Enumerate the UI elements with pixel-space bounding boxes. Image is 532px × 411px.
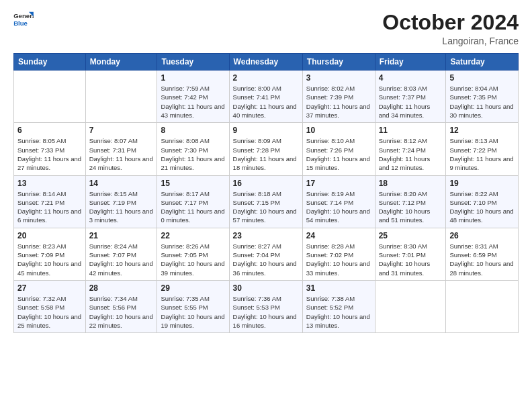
day-number: 27 — [17, 283, 82, 293]
weekday-header-cell: Wednesday — [229, 54, 302, 71]
day-number: 28 — [89, 283, 154, 293]
calendar-cell: 3Sunrise: 8:02 AMSunset: 7:39 PMDaylight… — [302, 71, 375, 123]
day-info: Sunrise: 7:34 AMSunset: 5:56 PMDaylight:… — [89, 294, 154, 330]
calendar-cell: 28Sunrise: 7:34 AMSunset: 5:56 PMDayligh… — [85, 280, 157, 332]
calendar-week-row: 27Sunrise: 7:32 AMSunset: 5:58 PMDayligh… — [14, 280, 519, 332]
day-number: 14 — [89, 179, 154, 188]
day-info: Sunrise: 8:13 AMSunset: 7:22 PMDaylight:… — [449, 136, 515, 172]
calendar-cell: 1Sunrise: 7:59 AMSunset: 7:42 PMDaylight… — [157, 71, 229, 123]
day-number: 29 — [161, 283, 225, 293]
calendar-cell: 27Sunrise: 7:32 AMSunset: 5:58 PMDayligh… — [14, 280, 86, 332]
day-number: 9 — [233, 126, 299, 135]
day-info: Sunrise: 7:38 AMSunset: 5:52 PMDaylight:… — [306, 294, 371, 330]
day-info: Sunrise: 8:18 AMSunset: 7:15 PMDaylight:… — [233, 189, 299, 225]
calendar-cell — [375, 280, 446, 332]
calendar-week-row: 20Sunrise: 8:23 AMSunset: 7:09 PMDayligh… — [14, 228, 519, 280]
calendar: SundayMondayTuesdayWednesdayThursdayFrid… — [13, 53, 519, 333]
day-number: 2 — [233, 73, 299, 83]
calendar-cell: 9Sunrise: 8:09 AMSunset: 7:28 PMDaylight… — [229, 123, 302, 175]
day-info: Sunrise: 8:30 AMSunset: 7:01 PMDaylight:… — [379, 242, 443, 277]
calendar-cell: 17Sunrise: 8:19 AMSunset: 7:14 PMDayligh… — [302, 175, 375, 228]
day-info: Sunrise: 8:09 AMSunset: 7:28 PMDaylight:… — [233, 136, 299, 172]
day-info: Sunrise: 7:35 AMSunset: 5:55 PMDaylight:… — [161, 294, 225, 330]
day-info: Sunrise: 8:20 AMSunset: 7:12 PMDaylight:… — [379, 189, 443, 225]
page: General Blue October 2024 Langoiran, Fra… — [0, 0, 532, 411]
day-info: Sunrise: 7:36 AMSunset: 5:53 PMDaylight:… — [233, 294, 299, 330]
day-info: Sunrise: 8:07 AMSunset: 7:31 PMDaylight:… — [89, 136, 154, 172]
calendar-cell — [85, 71, 157, 123]
day-info: Sunrise: 8:12 AMSunset: 7:24 PMDaylight:… — [379, 136, 443, 172]
calendar-cell: 7Sunrise: 8:07 AMSunset: 7:31 PMDaylight… — [85, 123, 157, 175]
calendar-cell: 6Sunrise: 8:05 AMSunset: 7:33 PMDaylight… — [14, 123, 86, 175]
calendar-cell: 16Sunrise: 8:18 AMSunset: 7:15 PMDayligh… — [229, 175, 302, 228]
day-number: 18 — [379, 179, 443, 188]
day-info: Sunrise: 8:26 AMSunset: 7:05 PMDaylight:… — [161, 242, 225, 277]
day-info: Sunrise: 8:05 AMSunset: 7:33 PMDaylight:… — [17, 136, 82, 172]
weekday-header-cell: Thursday — [302, 54, 375, 71]
location: Langoiran, France — [382, 36, 519, 46]
day-number: 7 — [89, 126, 154, 135]
calendar-cell: 29Sunrise: 7:35 AMSunset: 5:55 PMDayligh… — [157, 280, 229, 332]
day-number: 8 — [161, 126, 225, 135]
calendar-cell: 8Sunrise: 8:08 AMSunset: 7:30 PMDaylight… — [157, 123, 229, 175]
day-number: 30 — [233, 283, 299, 293]
calendar-cell: 12Sunrise: 8:13 AMSunset: 7:22 PMDayligh… — [446, 123, 519, 175]
calendar-cell: 22Sunrise: 8:26 AMSunset: 7:05 PMDayligh… — [157, 228, 229, 280]
calendar-cell: 23Sunrise: 8:27 AMSunset: 7:04 PMDayligh… — [229, 228, 302, 280]
logo-icon: General Blue — [13, 11, 34, 30]
day-number: 17 — [306, 179, 371, 188]
day-number: 15 — [161, 179, 225, 188]
day-info: Sunrise: 8:00 AMSunset: 7:41 PMDaylight:… — [233, 84, 299, 120]
svg-text:Blue: Blue — [13, 19, 28, 27]
weekday-header-cell: Tuesday — [157, 54, 229, 71]
day-number: 3 — [306, 73, 371, 83]
calendar-cell: 4Sunrise: 8:03 AMSunset: 7:37 PMDaylight… — [375, 71, 446, 123]
calendar-cell — [14, 71, 86, 123]
day-number: 16 — [233, 179, 299, 188]
day-info: Sunrise: 8:10 AMSunset: 7:26 PMDaylight:… — [306, 136, 371, 172]
day-number: 19 — [449, 179, 515, 188]
calendar-week-row: 13Sunrise: 8:14 AMSunset: 7:21 PMDayligh… — [14, 175, 519, 228]
day-number: 23 — [233, 231, 299, 240]
calendar-cell: 31Sunrise: 7:38 AMSunset: 5:52 PMDayligh… — [302, 280, 375, 332]
calendar-cell: 20Sunrise: 8:23 AMSunset: 7:09 PMDayligh… — [14, 228, 86, 280]
day-number: 24 — [306, 231, 371, 240]
day-number: 10 — [306, 126, 371, 135]
calendar-cell: 13Sunrise: 8:14 AMSunset: 7:21 PMDayligh… — [14, 175, 86, 228]
day-number: 5 — [449, 73, 515, 83]
calendar-cell: 21Sunrise: 8:24 AMSunset: 7:07 PMDayligh… — [85, 228, 157, 280]
calendar-cell: 30Sunrise: 7:36 AMSunset: 5:53 PMDayligh… — [229, 280, 302, 332]
day-number: 11 — [379, 126, 443, 135]
day-info: Sunrise: 8:04 AMSunset: 7:35 PMDaylight:… — [449, 84, 515, 120]
day-number: 22 — [161, 231, 225, 240]
day-number: 13 — [17, 179, 82, 188]
day-number: 4 — [379, 73, 443, 83]
day-number: 31 — [306, 283, 371, 293]
day-info: Sunrise: 8:22 AMSunset: 7:10 PMDaylight:… — [449, 189, 515, 225]
day-info: Sunrise: 8:31 AMSunset: 6:59 PMDaylight:… — [449, 242, 515, 277]
day-number: 6 — [17, 126, 82, 135]
day-info: Sunrise: 8:19 AMSunset: 7:14 PMDaylight:… — [306, 189, 371, 225]
calendar-cell: 18Sunrise: 8:20 AMSunset: 7:12 PMDayligh… — [375, 175, 446, 228]
day-number: 12 — [449, 126, 515, 135]
day-number: 21 — [89, 231, 154, 240]
calendar-cell: 19Sunrise: 8:22 AMSunset: 7:10 PMDayligh… — [446, 175, 519, 228]
calendar-cell: 14Sunrise: 8:15 AMSunset: 7:19 PMDayligh… — [85, 175, 157, 228]
day-info: Sunrise: 7:59 AMSunset: 7:42 PMDaylight:… — [161, 84, 225, 120]
day-info: Sunrise: 8:27 AMSunset: 7:04 PMDaylight:… — [233, 242, 299, 277]
calendar-week-row: 1Sunrise: 7:59 AMSunset: 7:42 PMDaylight… — [14, 71, 519, 123]
calendar-body: 1Sunrise: 7:59 AMSunset: 7:42 PMDaylight… — [14, 71, 519, 333]
calendar-cell: 10Sunrise: 8:10 AMSunset: 7:26 PMDayligh… — [302, 123, 375, 175]
month-title: October 2024 — [382, 11, 519, 34]
day-number: 26 — [449, 231, 515, 240]
day-info: Sunrise: 8:28 AMSunset: 7:02 PMDaylight:… — [306, 242, 371, 277]
weekday-header-row: SundayMondayTuesdayWednesdayThursdayFrid… — [14, 54, 519, 71]
calendar-cell: 2Sunrise: 8:00 AMSunset: 7:41 PMDaylight… — [229, 71, 302, 123]
calendar-week-row: 6Sunrise: 8:05 AMSunset: 7:33 PMDaylight… — [14, 123, 519, 175]
calendar-cell: 24Sunrise: 8:28 AMSunset: 7:02 PMDayligh… — [302, 228, 375, 280]
weekday-header-cell: Saturday — [446, 54, 519, 71]
calendar-cell — [446, 280, 519, 332]
day-info: Sunrise: 8:03 AMSunset: 7:37 PMDaylight:… — [379, 84, 443, 120]
weekday-header-cell: Monday — [85, 54, 157, 71]
title-block: October 2024 Langoiran, France — [382, 11, 519, 46]
